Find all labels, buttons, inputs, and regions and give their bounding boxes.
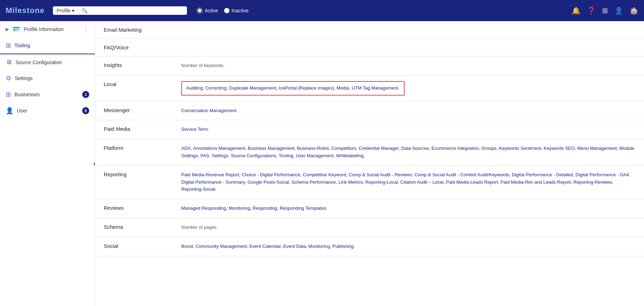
main-content: Email MarketingFAQ/VoiceInsightsNumber o… <box>95 21 644 306</box>
table-row: ReportingPaid Media-Revenue Report, Choi… <box>95 165 644 199</box>
main-layout: ▶🪪Profile Information⋮⊞Tooling🖥Source Co… <box>0 21 644 306</box>
table-row: SocialBoost, Community Management, Event… <box>95 237 644 256</box>
row-label-faq-voice: FAQ/Voice <box>95 39 173 56</box>
row-label-social: Social <box>95 237 173 256</box>
search-input[interactable] <box>90 8 184 13</box>
sidebar-item-businesses[interactable]: ⊞Businesses1 <box>0 86 95 103</box>
sidebar-item-label: Settings <box>15 75 89 81</box>
table-row: Email Marketing <box>95 21 644 39</box>
help-icon[interactable]: ❓ <box>587 6 596 15</box>
profile-information-icon: 🪪 <box>12 25 20 33</box>
inactive-radio[interactable] <box>224 8 230 13</box>
table-row: FAQ/Voice <box>95 39 644 56</box>
badge-businesses: 1 <box>82 91 89 98</box>
table-row: InsightsNumber of keywords. <box>95 56 644 75</box>
inactive-label: Inactive <box>232 8 249 13</box>
row-value-local: Auditing, Correcting, Duplicate Manageme… <box>173 75 644 101</box>
user-icon: 👤 <box>6 107 13 115</box>
sidebar-item-source-configuration[interactable]: 🖥Source Configuration <box>0 54 95 70</box>
row-value-schema: Number of pages. <box>173 218 644 237</box>
search-dropdown[interactable]: Profile ▾ <box>56 8 74 13</box>
sidebar-item-label: Profile Information <box>24 26 79 32</box>
row-value-reporting: Paid Media-Revenue Report, Choice - Digi… <box>173 165 644 199</box>
badge-user: 6 <box>82 107 89 114</box>
active-radio[interactable] <box>197 8 202 13</box>
logo: Milestone <box>6 6 44 15</box>
table-row: LocalAuditing, Correcting, Duplicate Man… <box>95 75 644 101</box>
row-label-messenger: Messenger <box>95 101 173 120</box>
table-row: PlatformADA, Annotations Management, Bus… <box>95 139 644 166</box>
sidebar-item-label: Tooling <box>14 43 89 48</box>
row-value-messenger: Conversation Management. <box>173 101 644 120</box>
user-icon[interactable]: 👤 <box>614 6 623 15</box>
row-value-faq-voice <box>173 39 644 56</box>
row-label-email-marketing: Email Marketing <box>95 21 173 39</box>
row-value-email-marketing <box>173 21 644 39</box>
status-radio-group: Active Inactive <box>197 8 248 13</box>
tooling-table: Email MarketingFAQ/VoiceInsightsNumber o… <box>95 21 644 256</box>
sidebar-item-user[interactable]: 👤User6 <box>0 103 95 119</box>
topnav-right: 🔔 ❓ ⊞ 👤 🏠 <box>572 6 638 15</box>
search-bar[interactable]: Profile ▾ | 🔍 <box>53 6 187 15</box>
businesses-icon: ⊞ <box>6 91 11 98</box>
chevron-right-icon: ▶ <box>6 27 9 32</box>
row-label-platform: Platform <box>95 139 173 166</box>
table-row: SchemaNumber of pages. <box>95 218 644 237</box>
row-value-reviews: Managed Responding, Monitoring, Respondi… <box>173 199 644 218</box>
more-icon[interactable]: ⋮ <box>83 25 89 33</box>
home-icon[interactable]: 🏠 <box>630 6 638 15</box>
search-divider: | <box>77 8 79 13</box>
search-dropdown-label: Profile <box>56 8 71 13</box>
sidebar-item-tooling[interactable]: ⊞Tooling <box>0 37 95 54</box>
row-label-paid-media: Paid Media <box>95 120 173 139</box>
search-icon: 🔍 <box>81 8 87 13</box>
sidebar: ▶🪪Profile Information⋮⊞Tooling🖥Source Co… <box>0 21 95 306</box>
sidebar-item-label: User <box>17 108 79 114</box>
row-value-social: Boost, Community Management, Event Calen… <box>173 237 644 256</box>
row-label-schema: Schema <box>95 218 173 237</box>
row-label-insights: Insights <box>95 56 173 75</box>
table-row: ReviewsManaged Responding, Monitoring, R… <box>95 199 644 218</box>
source-configuration-icon: 🖥 <box>6 59 12 66</box>
active-label: Active <box>205 8 218 13</box>
row-value-platform: ADA, Annotations Management, Business Ma… <box>173 139 644 166</box>
tooling-icon: ⊞ <box>6 42 11 49</box>
sidebar-item-profile-information[interactable]: ▶🪪Profile Information⋮ <box>0 21 95 37</box>
sidebar-item-label: Businesses <box>14 92 79 97</box>
settings-icon: ⚙ <box>6 74 11 82</box>
sidebar-collapse-button[interactable]: ❮ <box>90 159 95 169</box>
sidebar-item-settings[interactable]: ⚙Settings <box>0 70 95 86</box>
row-label-local: Local <box>95 75 173 101</box>
sidebar-item-label: Source Configuration <box>16 60 89 65</box>
row-value-insights: Number of keywords. <box>173 56 644 75</box>
table-row: Paid MediaService Term. <box>95 120 644 139</box>
grid-icon[interactable]: ⊞ <box>602 6 608 15</box>
row-label-reviews: Reviews <box>95 199 173 218</box>
row-label-reporting: Reporting <box>95 165 173 199</box>
active-radio-label[interactable]: Active <box>197 8 218 13</box>
bell-icon[interactable]: 🔔 <box>572 6 581 15</box>
row-value-paid-media: Service Term. <box>173 120 644 139</box>
highlighted-cell: Auditing, Correcting, Duplicate Manageme… <box>181 81 405 96</box>
chevron-down-icon: ▾ <box>72 8 74 13</box>
topnav: Milestone Profile ▾ | 🔍 Active Inactive … <box>0 0 644 21</box>
table-row: MessengerConversation Management. <box>95 101 644 120</box>
inactive-radio-label[interactable]: Inactive <box>224 8 249 13</box>
